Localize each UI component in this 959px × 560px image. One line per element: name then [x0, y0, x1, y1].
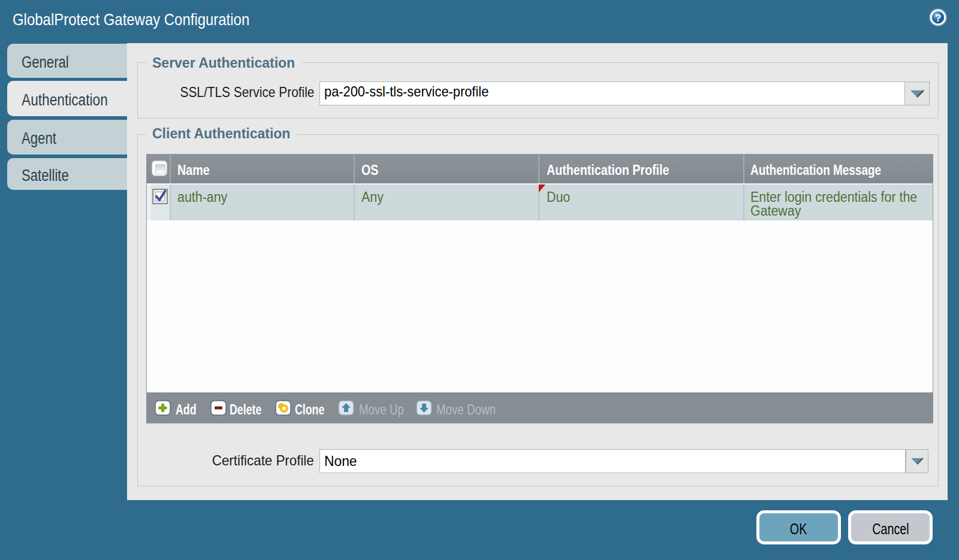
svg-text:?: ? [935, 13, 941, 23]
